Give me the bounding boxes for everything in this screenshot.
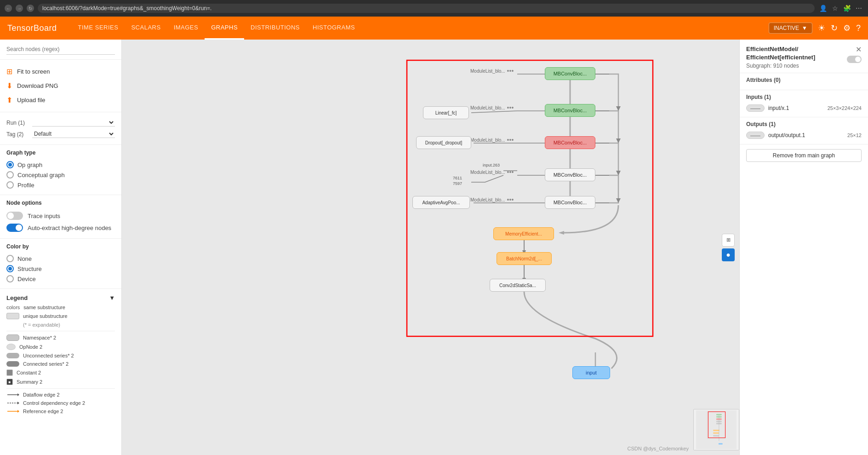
- url-bar[interactable]: localhost:6006/?darkMode=true#graphs&_sm…: [38, 4, 815, 13]
- mbconv-node-1[interactable]: MBConvBloc...: [545, 67, 595, 80]
- namespace-dots-2: •••: [507, 104, 514, 111]
- browser-icons: 👤 ☆ 🧩 ⋯: [818, 4, 863, 13]
- legend-same-sub-label: same substructure: [23, 305, 65, 310]
- run-tag-section: Run (1) Tag (2) Default: [0, 112, 121, 145]
- nav-images[interactable]: IMAGES: [167, 17, 205, 40]
- reload-btn[interactable]: ↻: [27, 5, 34, 12]
- upload-file-label: Upload file: [17, 97, 45, 104]
- help-icon[interactable]: ?: [856, 23, 861, 33]
- mbconv-node-5[interactable]: MBConvBloc...: [545, 196, 595, 209]
- back-btn[interactable]: ←: [5, 5, 12, 12]
- panel-title-container: EfficientNetModel/EfficientNet[efficient…: [746, 45, 815, 69]
- inputs-title: Inputs (1): [746, 94, 862, 100]
- remove-from-main-graph-button[interactable]: Remove from main graph: [746, 149, 862, 162]
- output-row: —— output/output.1 25×12: [746, 130, 862, 140]
- zoom-circle-btn[interactable]: ●: [722, 248, 735, 261]
- sun-icon[interactable]: ☀: [818, 23, 825, 33]
- trace-inputs-toggle[interactable]: [6, 212, 23, 220]
- batchnorm-node[interactable]: BatchNorm2d[_...: [497, 252, 552, 265]
- mbconv-node-2[interactable]: MBConvBloc...: [545, 104, 595, 117]
- legend-unique-label: unique substructure: [23, 313, 68, 319]
- profile-icon: 👤: [818, 4, 828, 13]
- radio-none-circle: [6, 255, 14, 262]
- legend-reference-arrow: [6, 409, 19, 414]
- radio-conceptual-graph[interactable]: Conceptual graph: [6, 170, 115, 180]
- nav-histograms[interactable]: HISTOGRAMS: [306, 17, 361, 40]
- close-icon[interactable]: ✕: [856, 45, 862, 54]
- adaptive-avg-pool-node[interactable]: AdaptiveAvgPoo...: [412, 196, 470, 209]
- nav-time-series[interactable]: TIME SERIES: [72, 17, 125, 40]
- radio-conceptual-circle: [6, 171, 14, 179]
- linear-node[interactable]: Linear[_fc]: [423, 106, 469, 119]
- radio-none[interactable]: None: [6, 253, 115, 264]
- legend-expandable: (* = expandable): [6, 321, 115, 329]
- zoom-controls: ⊞ ●: [722, 234, 735, 261]
- legend-constant: Constant 2: [6, 368, 115, 377]
- mbconv-node-4[interactable]: MBConvBloc...: [545, 168, 595, 181]
- output-name: output/output.1: [768, 132, 805, 138]
- sidebar: ⊞ Fit to screen ⬇ Download PNG ⬆ Upload …: [0, 40, 122, 455]
- forward-btn[interactable]: →: [16, 5, 23, 12]
- svg-rect-33: [716, 414, 722, 415]
- tag-label: Tag (2): [6, 131, 29, 138]
- mini-map: [693, 409, 739, 450]
- svg-marker-19: [616, 198, 621, 203]
- input-node[interactable]: input: [572, 366, 610, 379]
- more-icon[interactable]: ⋯: [854, 4, 863, 13]
- memory-efficient-node[interactable]: MemoryEfficient...: [493, 227, 554, 240]
- nav-distributions[interactable]: DISTRIBUTIONS: [244, 17, 306, 40]
- right-panel: EfficientNetModel/EfficientNet[efficient…: [739, 40, 868, 455]
- csdn-watermark: CSDN @dys_Codemonkey: [628, 446, 689, 451]
- tag-select[interactable]: Default: [32, 130, 115, 138]
- panel-toggle[interactable]: [847, 56, 862, 63]
- radio-op-graph-circle: [6, 161, 14, 168]
- upload-file-btn[interactable]: ⬆ Upload file: [6, 93, 115, 107]
- svg-marker-1: [17, 393, 19, 396]
- auto-extract-toggle[interactable]: [6, 224, 23, 232]
- mbconv-node-3[interactable]: MBConvBloc...: [545, 136, 595, 149]
- fit-to-screen-label: Fit to screen: [17, 68, 50, 75]
- run-select[interactable]: [32, 119, 115, 127]
- conv2d-node[interactable]: Conv2dStaticSa...: [490, 279, 546, 292]
- legend-opnode-label: OpNode 2: [19, 344, 42, 350]
- radio-profile[interactable]: Profile: [6, 180, 115, 190]
- svg-marker-3: [17, 402, 19, 404]
- bookmark-icon: ☆: [830, 4, 839, 13]
- radio-structure[interactable]: Structure: [6, 264, 115, 274]
- dropout-node[interactable]: Dropout[_dropout]: [416, 136, 471, 149]
- radio-device[interactable]: Device: [6, 274, 115, 284]
- radio-device-circle: [6, 275, 14, 282]
- run-row: Run (1): [6, 117, 115, 128]
- legend-unconnected-label: Unconnected series* 2: [23, 353, 74, 358]
- mini-map-inner: [694, 409, 739, 450]
- nav-scalars[interactable]: SCALARS: [125, 17, 167, 40]
- trace-inputs-row: Trace inputs: [6, 210, 115, 222]
- inactive-badge[interactable]: INACTIVE ▼: [769, 23, 812, 34]
- radio-op-graph[interactable]: Op graph: [6, 160, 115, 170]
- legend-unique: unique substructure: [6, 311, 115, 321]
- zoom-fit-btn[interactable]: ⊞: [722, 234, 735, 247]
- download-png-btn[interactable]: ⬇ Download PNG: [6, 79, 115, 93]
- download-icon: ⬇: [6, 81, 12, 90]
- browser-controls[interactable]: ← → ↻: [5, 5, 34, 12]
- legend-dataflow: Dataflow edge 2: [6, 391, 115, 399]
- tag-row: Tag (2) Default: [6, 128, 115, 140]
- legend-opnode-swatch: [6, 344, 16, 350]
- refresh-icon[interactable]: ↻: [831, 23, 838, 33]
- legend-header[interactable]: Legend ▼: [6, 293, 115, 303]
- svg-marker-16: [616, 106, 621, 111]
- namespace-row-3: ModuleList_blo... •••: [470, 136, 514, 144]
- fit-to-screen-btn[interactable]: ⊞ Fit to screen: [6, 64, 115, 79]
- mini-map-svg: [694, 409, 739, 450]
- legend-summary: ■ Summary 2: [6, 377, 115, 386]
- graph-type-title: Graph type: [6, 150, 115, 156]
- nav-graphs[interactable]: GRAPHS: [205, 17, 244, 40]
- search-input[interactable]: [6, 44, 115, 55]
- settings-icon[interactable]: ⚙: [843, 23, 851, 33]
- upload-icon: ⬆: [6, 96, 12, 104]
- auto-extract-label: Auto-extract high-degree nodes: [28, 225, 111, 231]
- device-label: Device: [17, 276, 36, 282]
- legend-colors: colors same substructure: [6, 303, 115, 311]
- graph-canvas[interactable]: ModuleList_blo... ••• ModuleList_blo... …: [122, 40, 739, 455]
- panel-header: EfficientNetModel/EfficientNet[efficient…: [740, 40, 868, 73]
